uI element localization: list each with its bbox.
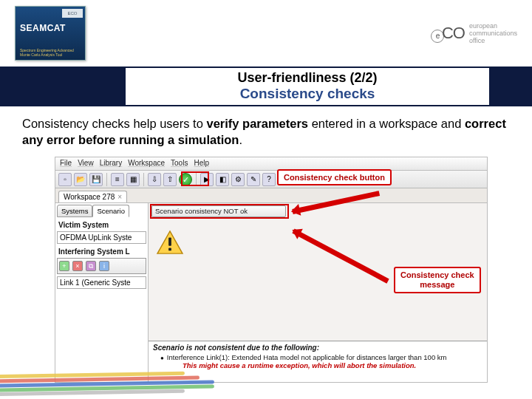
- callout-button-label: Consistency check button: [284, 173, 385, 182]
- body-paragraph: Consistency checks help users to verify …: [0, 106, 532, 154]
- help-icon[interactable]: ?: [262, 173, 276, 186]
- toolbar-separator: [106, 173, 107, 186]
- info-icon[interactable]: i: [99, 261, 109, 271]
- left-panel: Systems Scenario Victim System OFDMA UpL…: [55, 203, 149, 382]
- toolbar-separator: [143, 173, 144, 186]
- victim-header: Victim System: [58, 221, 146, 229]
- inconsistency-header: Scenario is not consistent due to the fo…: [153, 344, 482, 352]
- title-box: User-friendliness (2/2) Consistency chec…: [126, 68, 489, 105]
- interfering-header: Interfering System L: [58, 248, 146, 256]
- batch-icon[interactable]: ▦: [126, 173, 140, 186]
- title-line2: Consistency checks: [126, 86, 489, 102]
- eco-logo: eecoCO european communications office: [431, 22, 517, 44]
- workspace-tabs: Workspace 278 ×: [55, 188, 487, 203]
- right-area: Scenario consistency NOT ok Consistency …: [149, 203, 487, 382]
- seamcat-wordmark: SEAMCAT: [20, 23, 66, 33]
- save-icon[interactable]: 💾: [89, 173, 103, 186]
- remove-icon[interactable]: ×: [72, 261, 83, 271]
- seamcat-blurb: Spectrum Engineering Advanced Monte Carl…: [20, 48, 79, 57]
- callout-consistency-message: Consistency check message: [394, 267, 481, 293]
- add-icon[interactable]: +: [59, 261, 69, 271]
- close-icon[interactable]: ×: [117, 193, 122, 201]
- body-t1: Consistency checks help users to: [22, 117, 206, 130]
- arrow-to-message: [292, 228, 389, 283]
- warning-icon: [156, 230, 184, 255]
- eco-line1: european: [469, 22, 517, 30]
- menu-help[interactable]: Help: [194, 159, 209, 168]
- menu-view[interactable]: View: [78, 159, 94, 168]
- title-bar: User-friendliness (2/2) Consistency chec…: [0, 66, 532, 106]
- tab-scenario[interactable]: Scenario: [92, 205, 129, 217]
- seamcat-eco-badge: ECO: [62, 9, 83, 18]
- eco-mark: eecoCO: [431, 24, 465, 43]
- eco-line2: communications: [469, 30, 517, 37]
- inconsistency-line: Interference Link(1): Extended Hata mode…: [160, 353, 482, 361]
- open-icon[interactable]: 📂: [74, 173, 87, 186]
- toolbar: ▫ 📂 💾 ≡ ▦ ⇩ ⇧ ✓ ▶ ◧ ⚙ ✎ ?: [55, 171, 487, 188]
- seamcat-logo: ECO SEAMCAT Spectrum Engineering Advance…: [15, 6, 86, 61]
- workspace-tab-label: Workspace 278: [64, 193, 115, 201]
- menu-tools[interactable]: Tools: [171, 159, 188, 168]
- menu-library[interactable]: Library: [100, 159, 123, 168]
- workspace-icon[interactable]: ≡: [111, 173, 124, 186]
- import-icon[interactable]: ⇩: [148, 173, 161, 186]
- menubar: File View Library Workspace Tools Help: [55, 157, 487, 171]
- menu-workspace[interactable]: Workspace: [128, 159, 165, 168]
- title-line1: User-friendliness (2/2): [126, 70, 489, 86]
- work-area: Systems Scenario Victim System OFDMA UpL…: [55, 203, 487, 382]
- settings-icon[interactable]: ⚙: [231, 173, 245, 186]
- workspace-tab[interactable]: Workspace 278 ×: [58, 191, 127, 202]
- link-field[interactable]: Link 1 (Generic Syste: [57, 276, 146, 289]
- callout-message-l2: message: [400, 280, 474, 290]
- tab-systems[interactable]: Systems: [57, 205, 92, 217]
- app-screenshot: File View Library Workspace Tools Help ▫…: [55, 157, 488, 383]
- menu-file[interactable]: File: [60, 159, 72, 168]
- eco-text: european communications office: [469, 22, 517, 44]
- body-t2: entered in a workspace and: [308, 117, 465, 130]
- svg-rect-2: [168, 248, 171, 251]
- highlight-consistency-message: [150, 204, 289, 219]
- svg-rect-1: [168, 237, 171, 245]
- callout-message-l1: Consistency check: [400, 270, 474, 280]
- body-b1: verify parameters: [206, 117, 308, 130]
- report-icon[interactable]: ✎: [247, 173, 260, 186]
- sub-tabs: Systems Scenario: [57, 205, 146, 217]
- export-icon[interactable]: ⇧: [163, 173, 177, 186]
- inconsistency-panel: Scenario is not consistent due to the fo…: [149, 341, 487, 382]
- new-icon[interactable]: ▫: [58, 173, 72, 186]
- highlight-consistency-button: [181, 171, 209, 186]
- duplicate-icon[interactable]: ⧉: [86, 261, 96, 271]
- link-toolbar: + × ⧉ i: [57, 258, 146, 274]
- inconsistency-warning: This might cause a runtime exception, wh…: [183, 361, 482, 369]
- callout-consistency-button: Consistency check button: [277, 169, 392, 185]
- victim-field[interactable]: OFDMA UpLink Syste: [57, 231, 146, 244]
- body-t3: .: [239, 133, 242, 146]
- slide-header: ECO SEAMCAT Spectrum Engineering Advance…: [0, 0, 532, 66]
- eco-line3: office: [469, 37, 517, 44]
- chart-icon[interactable]: ◧: [216, 173, 229, 186]
